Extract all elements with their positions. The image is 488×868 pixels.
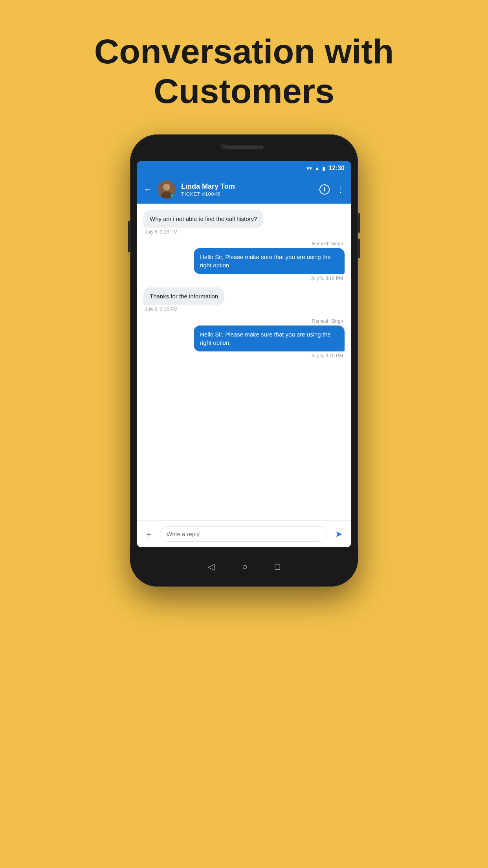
timestamp-1: July 6, 3:16 PM	[143, 229, 345, 235]
timestamp-2: July 6, 3:16 PM	[310, 276, 345, 281]
avatar	[158, 180, 176, 199]
svg-point-1	[163, 184, 170, 191]
add-attachment-button[interactable]: +	[142, 527, 156, 541]
bubble-received-1: Why am i not able to find the call histo…	[143, 210, 263, 228]
online-indicator	[171, 193, 175, 198]
message-group-1: Why am i not able to find the call histo…	[143, 210, 345, 235]
message-sent-4: Ramesh Singh Hello Sir, Please make sure…	[143, 318, 345, 359]
phone-shell: ▾▾ ▲ ▮ 12:30 ←	[130, 134, 358, 587]
page-title: Conversation with Customers	[63, 31, 426, 111]
message-text-4: Hello Sir, Please make sure that you are…	[200, 331, 331, 346]
more-options-button[interactable]: ⋮	[337, 185, 345, 194]
signal-icon: ▲	[314, 165, 320, 171]
sender-name-2: Ramesh Singh	[312, 241, 345, 246]
app-bar: ← Linda Mary Tom TICKET #10045	[137, 175, 351, 204]
message-text-2: Hello Sir, Please make sure that you are…	[200, 254, 331, 268]
battery-icon: ▮	[322, 165, 325, 171]
contact-name: Linda Mary Tom	[181, 182, 314, 191]
volume-up-button	[358, 213, 360, 233]
timestamp-4: July 6, 3:16 PM	[310, 353, 345, 359]
status-time: 12:30	[328, 165, 345, 172]
power-button	[128, 221, 130, 252]
nav-recent-button[interactable]: □	[275, 562, 280, 572]
sender-name-4: Ramesh Singh	[312, 318, 345, 324]
phone-mockup: ▾▾ ▲ ▮ 12:30 ←	[130, 134, 358, 587]
send-button[interactable]: ➤	[331, 527, 346, 542]
bubble-received-3: Thanks for the information	[143, 287, 224, 305]
volume-down-button	[358, 239, 360, 258]
phone-speaker	[224, 145, 264, 149]
info-button[interactable]: i	[319, 184, 330, 195]
app-bar-actions: i ⋮	[319, 184, 345, 195]
message-group-3: Thanks for the information July 6, 3:16 …	[143, 287, 345, 312]
message-sent-2: Ramesh Singh Hello Sir, Please make sure…	[143, 241, 345, 281]
contact-info: Linda Mary Tom TICKET #10045	[181, 182, 314, 197]
reply-input[interactable]	[160, 526, 327, 542]
message-text-1: Why am i not able to find the call histo…	[150, 215, 257, 222]
nav-bar: ◁ ○ □	[130, 547, 358, 587]
back-button[interactable]: ←	[143, 184, 152, 195]
message-text-3: Thanks for the information	[150, 293, 218, 300]
reply-bar: + ➤	[137, 520, 351, 547]
phone-screen: ▾▾ ▲ ▮ 12:30 ←	[137, 161, 351, 547]
wifi-icon: ▾▾	[306, 165, 312, 171]
nav-back-button[interactable]: ◁	[208, 562, 215, 572]
bubble-sent-4: Hello Sir, Please make sure that you are…	[194, 326, 345, 351]
ticket-number: TICKET #10045	[181, 191, 314, 197]
timestamp-3: July 6, 3:16 PM	[143, 307, 345, 312]
status-icons: ▾▾ ▲ ▮	[306, 165, 325, 171]
nav-home-button[interactable]: ○	[242, 562, 247, 572]
bubble-sent-2: Hello Sir, Please make sure that you are…	[194, 248, 345, 274]
chat-area: Why am i not able to find the call histo…	[137, 204, 351, 520]
status-bar: ▾▾ ▲ ▮ 12:30	[137, 161, 351, 175]
